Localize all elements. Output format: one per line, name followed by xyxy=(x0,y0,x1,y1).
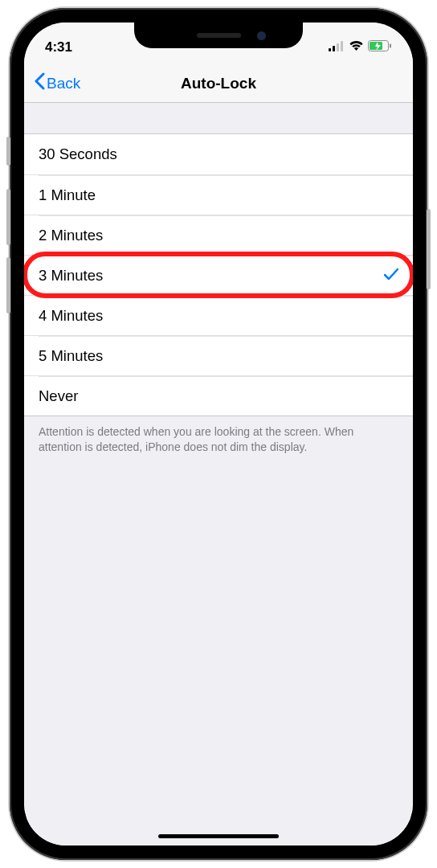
svg-rect-2 xyxy=(337,43,339,51)
volume-up-button xyxy=(6,189,10,245)
wifi-icon xyxy=(349,40,364,55)
auto-lock-option[interactable]: 1 Minute xyxy=(24,174,413,215)
battery-icon xyxy=(368,40,392,55)
cellular-icon xyxy=(329,40,345,55)
auto-lock-option[interactable]: 30 Seconds xyxy=(24,134,413,174)
power-button xyxy=(427,209,431,289)
auto-lock-option[interactable]: 3 Minutes xyxy=(24,255,413,295)
footer-note: Attention is detected when you are looki… xyxy=(24,416,413,463)
auto-lock-option[interactable]: 4 Minutes xyxy=(24,295,413,335)
auto-lock-option[interactable]: 5 Minutes xyxy=(24,335,413,375)
option-label: 30 Seconds xyxy=(39,145,117,163)
page-title: Auto-Lock xyxy=(24,75,413,92)
svg-rect-6 xyxy=(390,44,391,48)
nav-bar: Back Auto-Lock xyxy=(24,64,413,103)
svg-rect-3 xyxy=(341,41,343,51)
home-indicator[interactable] xyxy=(158,834,279,838)
svg-rect-1 xyxy=(333,46,335,51)
back-button[interactable]: Back xyxy=(34,72,80,94)
auto-lock-option[interactable]: 2 Minutes xyxy=(24,215,413,255)
auto-lock-options: 30 Seconds1 Minute2 Minutes3 Minutes4 Mi… xyxy=(24,133,413,416)
option-label: 3 Minutes xyxy=(39,267,103,285)
volume-down-button xyxy=(6,257,10,313)
silent-switch xyxy=(6,137,10,166)
screen: 4:31 xyxy=(24,23,413,845)
notch xyxy=(134,23,303,48)
option-label: 2 Minutes xyxy=(39,227,103,244)
chevron-left-icon xyxy=(34,72,45,94)
option-label: 4 Minutes xyxy=(39,307,103,325)
status-time: 4:31 xyxy=(45,39,72,55)
auto-lock-option[interactable]: Never xyxy=(24,375,413,416)
phone-frame: 4:31 xyxy=(10,8,427,860)
option-label: 5 Minutes xyxy=(39,347,103,365)
svg-rect-0 xyxy=(329,48,331,51)
option-label: Never xyxy=(39,387,78,405)
back-label: Back xyxy=(47,75,80,92)
option-label: 1 Minute xyxy=(39,186,96,204)
content: 30 Seconds1 Minute2 Minutes3 Minutes4 Mi… xyxy=(24,103,413,845)
checkmark-icon xyxy=(384,267,398,285)
status-icons xyxy=(329,40,392,55)
